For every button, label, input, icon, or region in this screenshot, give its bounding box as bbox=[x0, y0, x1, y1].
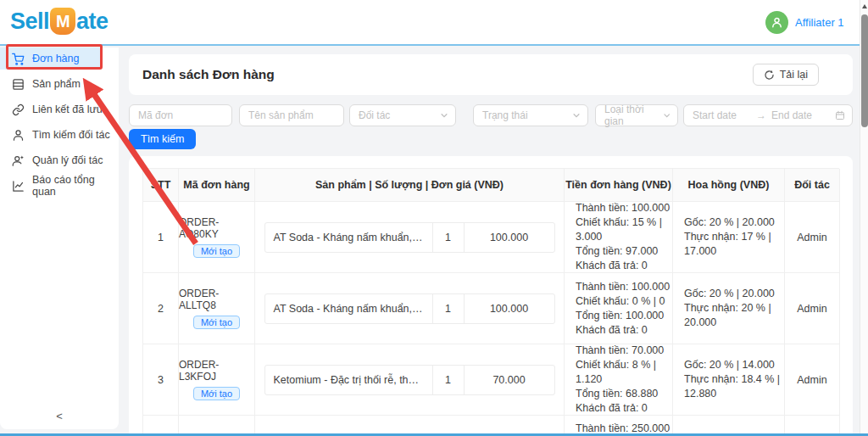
money-line: Thành tiền: 100.000 bbox=[576, 280, 670, 294]
sidebar-item-label: Liên kết đã lưu bbox=[32, 103, 103, 115]
product-name: AT Soda - Kháng nấm khuẩn, Tăng hoạt lực… bbox=[265, 294, 432, 323]
sidebar-item-don-hang[interactable]: Đơn hàng bbox=[0, 48, 102, 70]
product-name: AT Soda - Kháng nấm khuẩn, Tăng hoạt lực… bbox=[265, 223, 432, 252]
sidebar-item-tim-kiem-doi-tac[interactable]: Tìm kiếm đối tác bbox=[0, 124, 119, 146]
status-select-placeholder: Trạng thái bbox=[482, 109, 528, 121]
logo-text-sell: Sell bbox=[10, 8, 49, 35]
cell-partner: Admin bbox=[785, 273, 840, 344]
cell-commission: Gốc: 20 % | 20.000 Thực nhận: 20 % | 20.… bbox=[673, 273, 785, 344]
col-header-product: Sản phẩm | Số lượng | Đơn giá (VNĐ) bbox=[255, 169, 565, 202]
user-menu[interactable]: Affiliater 1 bbox=[765, 11, 844, 34]
commission-line: Thực nhận: 20 % | 20.000 bbox=[684, 301, 784, 330]
page-title: Danh sách Đơn hàng bbox=[142, 67, 275, 82]
cell-stt: 2 bbox=[143, 273, 179, 344]
search-button[interactable]: Tìm kiếm bbox=[129, 129, 196, 149]
product-price: 100.000 bbox=[465, 223, 554, 252]
sidebar-item-lien-ket-da-luu[interactable]: Liên kết đã lưu bbox=[0, 98, 119, 120]
product-line: AT Soda - Kháng nấm khuẩn, Tăng hoạt lực… bbox=[264, 293, 555, 324]
scrollbar-thumb[interactable] bbox=[861, 14, 868, 127]
money-line: Thành tiền: 100.000 bbox=[576, 201, 670, 215]
sidebar-item-quan-ly-doi-tac[interactable]: Quản lý đối tác bbox=[0, 149, 119, 171]
cell-order-code: ORDER-AQ80KY Mới tạo bbox=[179, 202, 255, 273]
money-line: Chiết khấu: 15 % | 3.000 bbox=[576, 215, 672, 244]
status-select[interactable]: Trạng thái bbox=[473, 104, 588, 126]
cell-order-code: ORDER-L3KFOJ Mới tạo bbox=[179, 344, 255, 416]
status-badge: Mới tạo bbox=[193, 387, 240, 400]
product-box-icon bbox=[12, 78, 25, 91]
commission-line: Gốc: 20 % | 20.000 bbox=[684, 215, 775, 230]
logo-m-shield-icon: M bbox=[50, 8, 75, 35]
product-price: 100.000 bbox=[465, 294, 554, 323]
col-header-order-code: Mã đơn hàng bbox=[179, 169, 255, 202]
cell-order-money: Thành tiền: 100.000 Chiết khấu: 0 % | 0 … bbox=[565, 273, 673, 344]
commission-line: Gốc: 20 % | 14.000 bbox=[684, 358, 775, 372]
cell-product: AT Soda - Kháng nấm khuẩn, Tăng hoạt lực… bbox=[255, 273, 565, 344]
product-line: AT Soda - Kháng nấm khuẩn, Tăng hoạt lực… bbox=[264, 222, 555, 253]
cell-commission: Gốc: 20 % | 20.000 Thực nhận: 17 % | 17.… bbox=[673, 202, 785, 273]
col-header-partner: Đối tác bbox=[785, 169, 840, 202]
order-code-input[interactable] bbox=[129, 104, 232, 126]
product-line: Ketomium - Đặc trị thối rễ, thối thân, t… bbox=[264, 365, 555, 395]
user-name: Affiliater 1 bbox=[795, 16, 844, 29]
money-line: Khách đã trả: 0 bbox=[576, 323, 648, 338]
money-line: Thành tiền: 70.000 bbox=[576, 344, 664, 358]
product-qty: 1 bbox=[432, 223, 465, 252]
money-line: Khách đã trả: 0 bbox=[576, 259, 648, 273]
commission-line: Thực nhận: 18.4 % | 12.880 bbox=[684, 372, 784, 401]
user-avatar-icon bbox=[765, 11, 788, 34]
product-name-input[interactable] bbox=[239, 104, 344, 126]
calendar-icon bbox=[835, 110, 845, 120]
chevron-down-icon bbox=[663, 111, 670, 120]
reload-button[interactable]: Tải lại bbox=[753, 64, 819, 86]
sidebar-item-label: Đơn hàng bbox=[32, 53, 79, 64]
table-row: 3 ORDER-L3KFOJ Mới tạo Ketomium - Đặc tr… bbox=[143, 344, 839, 416]
status-badge: Mới tạo bbox=[193, 316, 240, 329]
product-price: 70.000 bbox=[465, 366, 554, 394]
time-type-select-placeholder: Loại thời gian bbox=[604, 103, 663, 127]
date-range-picker[interactable]: Start date → End date bbox=[683, 104, 853, 126]
cell-product: Ketomium - Đặc trị thối rễ, thối thân, t… bbox=[255, 344, 565, 416]
cell-product: AT Soda - Kháng nấm khuẩn, Tăng hoạt lực… bbox=[255, 202, 565, 273]
sidebar-collapse-button[interactable]: < bbox=[0, 410, 119, 422]
sidebar-item-bao-cao-tong-quan[interactable]: Báo cáo tổng quan bbox=[0, 175, 119, 197]
cell-stt: 1 bbox=[143, 202, 179, 273]
money-line: Tổng tiền: 100.000 bbox=[576, 309, 664, 323]
scrollbar-up-arrow-icon[interactable] bbox=[862, 4, 867, 8]
col-header-commission: Hoa hồng (VNĐ) bbox=[673, 169, 785, 202]
sidebar-item-label: Quản lý đối tác bbox=[32, 154, 103, 166]
user-icon bbox=[12, 129, 25, 142]
money-line: Chiết khấu: 0 % | 0 bbox=[576, 294, 665, 309]
window-scrollbar[interactable] bbox=[860, 0, 868, 436]
order-code: ORDER-L3KFOJ bbox=[179, 359, 254, 383]
status-badge: Mới tạo bbox=[193, 244, 240, 258]
table-header-row: STT Mã đơn hàng Sản phẩm | Số lượng | Đơ… bbox=[143, 169, 839, 202]
partner-select[interactable]: Đối tác bbox=[349, 104, 456, 126]
product-name: Ketomium - Đặc trị thối rễ, thối thân, t… bbox=[265, 366, 432, 394]
partner-select-placeholder: Đối tác bbox=[359, 109, 390, 121]
order-code: ORDER-AQ80KY bbox=[179, 216, 254, 240]
product-qty: 1 bbox=[432, 294, 465, 323]
cell-partner: Admin bbox=[785, 344, 840, 416]
sellmate-logo: SellMate bbox=[10, 8, 108, 35]
orders-table: STT Mã đơn hàng Sản phẩm | Số lượng | Đơ… bbox=[142, 168, 839, 436]
user-star-icon bbox=[12, 154, 25, 167]
sidebar-item-san-pham[interactable]: Sản phẩm bbox=[0, 73, 119, 95]
top-header: SellMate Affiliater 1 bbox=[0, 0, 860, 46]
chevron-down-icon bbox=[440, 111, 448, 120]
page-title-card: Danh sách Đơn hàng Tải lại bbox=[129, 54, 853, 95]
sidebar: Đơn hàng Sản phẩm Liên kết đã lưu Tìm ki… bbox=[0, 48, 119, 429]
cart-icon bbox=[12, 53, 25, 65]
link-icon bbox=[12, 103, 25, 116]
range-arrow: → bbox=[756, 109, 766, 121]
money-line: Tổng tiền: 68.880 bbox=[576, 387, 658, 401]
order-code: ORDER-ALLTQ8 bbox=[179, 288, 254, 311]
time-type-select[interactable]: Loại thời gian bbox=[595, 104, 678, 126]
cell-partner: Admin bbox=[785, 202, 840, 273]
product-qty: 1 bbox=[432, 366, 465, 394]
col-header-stt: STT bbox=[143, 169, 179, 202]
sidebar-item-label: Tìm kiếm đối tác bbox=[32, 129, 110, 141]
reload-label: Tải lại bbox=[780, 69, 808, 81]
reload-icon bbox=[764, 70, 775, 81]
orders-table-card: STT Mã đơn hàng Sản phẩm | Số lượng | Đơ… bbox=[129, 156, 853, 436]
logo-text-ate: ate bbox=[76, 8, 108, 35]
